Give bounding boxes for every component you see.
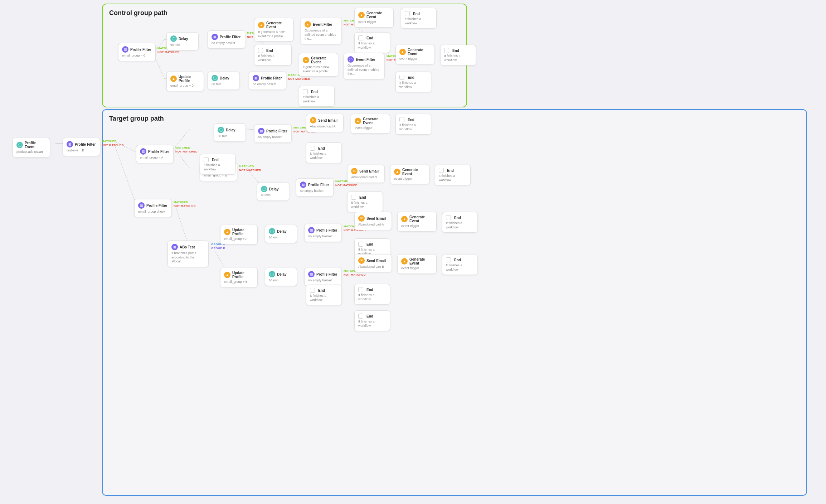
- node-title: End: [359, 195, 366, 199]
- node-subtitle: event trigger: [358, 20, 390, 24]
- node-subtitle: 60 min: [261, 193, 285, 198]
- control-end-top[interactable]: End It finishes a workflow: [401, 8, 437, 29]
- target-end-ub1[interactable]: End It finishes a workflow: [442, 254, 478, 275]
- node-title: Generate Event: [409, 257, 433, 265]
- control-generate-event-3[interactable]: ▲ Generate Event event trigger: [395, 45, 435, 64]
- branch-labels-pf-grp: MATCHED NOT MATCHED: [174, 200, 196, 208]
- branch-labels-pf-b: MATCHED NOT MATCHED: [239, 165, 261, 172]
- send-email-icon: ✉: [351, 168, 358, 174]
- control-end-2[interactable]: End It finishes a workflow: [354, 32, 390, 53]
- target-profile-filter-a[interactable]: ▦ Profile Filter email_group = A: [136, 145, 174, 163]
- node-subtitle: It finishes a workflow: [439, 174, 467, 182]
- node-title: Delay: [269, 187, 279, 191]
- control-event-filter-2[interactable]: ◯ Event Filter Occurrence of a defined e…: [344, 53, 385, 79]
- control-end-3[interactable]: End It finishes a workflow: [440, 45, 476, 66]
- end-icon: [399, 75, 404, 80]
- target-end-ub3[interactable]: End It finishes a workflow: [354, 310, 390, 331]
- generate-event-icon: ▲: [303, 57, 309, 63]
- control-end-5[interactable]: End It finishes a workflow: [395, 72, 431, 92]
- target-generate-event-tb1[interactable]: ▲ Generate Event event trigger: [390, 165, 429, 184]
- node-title: End: [366, 288, 373, 292]
- control-profile-filter-3[interactable]: ▦ Profile Filter no empty basket: [249, 72, 286, 90]
- target-generate-event-ua1[interactable]: ▲ Generate Event event trigger: [397, 212, 437, 232]
- target-delay-b[interactable]: ◯ Delay 60 min: [257, 183, 289, 201]
- target-profile-filter-delay-b[interactable]: ▦ Profile Filter no empty basket: [296, 178, 334, 197]
- target-profile-filter-group[interactable]: ▦ Profile Filter email_group check: [134, 199, 172, 217]
- node-subtitle: It finishes a workflow: [204, 163, 232, 171]
- node-subtitle: no empty basket: [212, 41, 241, 45]
- node-subtitle: no empty basket: [258, 135, 288, 140]
- target-end-tb3[interactable]: End It finishes a workflow: [306, 285, 342, 305]
- control-delay-1[interactable]: ◯ Delay 60 min: [166, 32, 199, 50]
- target-end-tb2[interactable]: End It finishes a workflow: [347, 192, 383, 212]
- node-title: Generate Event: [402, 168, 426, 176]
- target-update-profile-a[interactable]: ▲ Update Profile email_group = A: [220, 225, 258, 244]
- control-profile-filter-2[interactable]: ▦ Profile Filter no empty basket: [208, 30, 245, 49]
- node-title: End: [366, 36, 373, 40]
- control-event-filter-1[interactable]: ▲ Event Filter Occurrence of a defined e…: [301, 18, 342, 44]
- target-delay-up-a[interactable]: ◯ Delay 60 min: [265, 225, 297, 243]
- generate-event-icon: ▲: [355, 118, 361, 124]
- target-delay-up-b[interactable]: ◯ Delay 60 min: [265, 268, 297, 286]
- generate-event-icon: ▲: [258, 22, 264, 28]
- node-subtitle: email_group = A: [140, 156, 170, 160]
- target-end-ta2[interactable]: End It finishes a workflow: [306, 142, 342, 163]
- delay-icon: ◯: [218, 127, 224, 133]
- target-profile-filter-delay-a[interactable]: ▦ Profile Filter no empty basket: [254, 125, 292, 143]
- target-end-ta1[interactable]: End It finishes a workflow: [395, 114, 431, 135]
- profile-event-icon: ◯: [16, 142, 23, 148]
- node-subtitle: 60 min: [269, 278, 293, 283]
- workflow-canvas: Control group path ▦ Profile Filter emai…: [0, 0, 826, 504]
- node-subtitle: 60 min: [170, 43, 195, 47]
- target-end-ua1[interactable]: End It finishes a workflow: [442, 212, 478, 233]
- target-send-email-b1[interactable]: ✉ Send Email Abandoned cart B: [347, 165, 385, 183]
- target-end-ub2[interactable]: End It finishes a workflow: [354, 284, 390, 305]
- node-subtitle: It finishes a workflow: [358, 320, 386, 328]
- target-profile-filter-main[interactable]: ▦ Profile Filter test-sivs = B: [63, 138, 100, 156]
- control-update-profile-1[interactable]: ▲ Update Profile email_group = 0: [166, 72, 204, 91]
- end-icon: [358, 35, 363, 40]
- target-profile-event[interactable]: ◯ Profile Event product.addToCart: [13, 138, 50, 158]
- node-subtitle: event trigger: [399, 57, 431, 61]
- node-subtitle: event trigger: [394, 177, 426, 181]
- node-subtitle: It finishes a workflow: [358, 293, 386, 301]
- control-end-4[interactable]: End It finishes a workflow: [299, 86, 335, 107]
- node-title: Update Profile: [232, 271, 254, 279]
- control-profile-filter-1[interactable]: ▦ Profile Filter email_group = 0: [118, 43, 156, 61]
- target-profile-filter-up-a[interactable]: ▦ Profile Filter no empty basket: [304, 224, 342, 242]
- node-subtitle: It finishes a workflow: [358, 42, 386, 50]
- node-title: Generate Event: [409, 215, 433, 223]
- control-generate-event-1[interactable]: ▲ Generate Event It generates a new even…: [254, 18, 293, 42]
- control-end-1[interactable]: End It finishes a workflow: [254, 45, 292, 66]
- event-filter-icon: ▲: [305, 21, 311, 28]
- target-send-email-ub1[interactable]: ✉ Send Email Abandoned cart B: [354, 254, 392, 272]
- node-title: End: [266, 49, 273, 53]
- node-title: Profile Filter: [261, 76, 282, 80]
- control-delay-2[interactable]: ◯ Delay 60 min: [208, 72, 240, 90]
- node-subtitle: Abandoned cart B: [358, 265, 388, 269]
- profile-filter-icon: ▦: [300, 181, 306, 188]
- control-generate-event-top[interactable]: ▲ Generate Event event trigger: [354, 8, 394, 28]
- target-generate-event-ta1[interactable]: ▲ Generate Event event trigger: [351, 114, 390, 134]
- node-title: Send Email: [366, 259, 386, 263]
- target-send-email-a1[interactable]: ✉ Send Email Abandoned cart A: [306, 114, 344, 132]
- target-update-profile-b[interactable]: ▲ Update Profile email_group = B: [220, 268, 258, 287]
- end-icon: [446, 215, 451, 220]
- generate-event-icon: ▲: [401, 216, 408, 222]
- target-end-ta3[interactable]: End It finishes a workflow: [200, 154, 235, 175]
- target-delay-a[interactable]: ◯ Delay 60 min: [214, 123, 246, 142]
- target-send-email-ua1[interactable]: ✉ Send Email Abandoned cart A: [354, 212, 392, 230]
- control-generate-event-2[interactable]: ▲ Generate Event It generates a new even…: [299, 53, 338, 77]
- node-title: Profile Filter: [316, 228, 337, 232]
- node-subtitle: email_group = B: [224, 280, 254, 284]
- node-title: Delay: [226, 128, 235, 132]
- delay-icon: ◯: [170, 35, 177, 42]
- update-profile-icon: ▲: [224, 229, 230, 235]
- generate-event-icon: ▲: [394, 169, 400, 175]
- target-generate-event-ub1[interactable]: ▲ Generate Event event trigger: [397, 254, 437, 274]
- target-profile-filter-up-b[interactable]: ▦ Profile Filter no empty basket: [304, 268, 342, 286]
- target-end-tb1[interactable]: End It finishes a workflow: [435, 165, 471, 185]
- node-title: Generate Event: [366, 11, 390, 19]
- target-abs-test[interactable]: ▦ ABs Test It branches paths according t…: [167, 241, 209, 267]
- delay-icon: ◯: [269, 271, 275, 277]
